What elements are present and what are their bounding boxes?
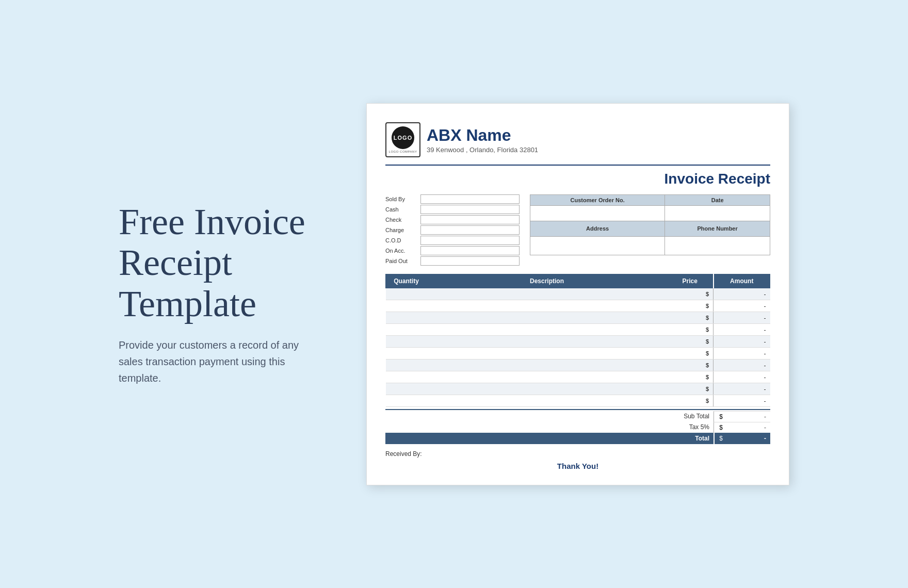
qty-cell[interactable] [386,335,427,347]
price-cell[interactable]: $ [667,383,714,395]
table-row: $ - [386,323,770,335]
onacc-field[interactable] [420,246,520,255]
qty-cell[interactable] [386,383,427,395]
header-divider [385,165,770,166]
amount-cell[interactable]: - [714,288,770,300]
totals-section: Sub Total $ - Tax 5% $ - Total $ - [385,411,770,444]
price-cell[interactable]: $ [667,312,714,323]
table-row: $ - [386,395,770,406]
amount-cell[interactable]: - [714,383,770,395]
amount-cell[interactable]: - [714,312,770,323]
subtotal-dollar: $ [714,411,724,422]
table-row: $ - [386,347,770,359]
qty-cell[interactable] [386,395,427,406]
phone-value[interactable] [665,236,770,255]
page-wrapper: Free Invoice Receipt Template Provide yo… [0,0,908,588]
price-cell[interactable]: $ [667,288,714,300]
price-cell[interactable]: $ [667,371,714,383]
paidout-field[interactable] [420,256,520,266]
desc-cell[interactable] [427,359,667,371]
sold-by-row-6: On Acc. [385,246,520,255]
order-grid: Customer Order No. Date Address Phone Nu… [530,194,770,255]
logo-area: LOGO LOGO COMPANY ABX Name 39 Kenwood , … [385,122,538,157]
order-section: Customer Order No. Date Address Phone Nu… [530,194,770,255]
table-row: $ - [386,335,770,347]
table-row: $ - [386,312,770,323]
subtotal-value: - [724,411,770,422]
desc-cell[interactable] [427,335,667,347]
price-cell[interactable]: $ [667,395,714,406]
items-table: Quantity Description Price Amount $ - $ … [385,274,770,407]
qty-cell[interactable] [386,300,427,312]
table-row: $ - [386,288,770,300]
logo-box: LOGO LOGO COMPANY [385,122,420,157]
subtotal-row: Sub Total $ - [385,411,770,422]
sold-by-row-1: Sold By [385,194,520,204]
price-header: Price [667,274,714,288]
desc-cell[interactable] [427,383,667,395]
amount-header: Amount [714,274,770,288]
tax-label: Tax 5% [652,422,714,433]
logo-circle: LOGO [392,126,414,149]
price-cell[interactable]: $ [667,323,714,335]
table-row: $ - [386,300,770,312]
charge-field[interactable] [420,225,520,235]
cash-field[interactable] [420,205,520,214]
table-row: $ - [386,359,770,371]
description-header: Description [427,274,667,288]
qty-cell[interactable] [386,323,427,335]
footer-section: Received By: Thank You! [385,450,770,470]
table-row: $ - [386,371,770,383]
amount-cell[interactable]: - [714,347,770,359]
customer-order-value[interactable] [530,205,665,221]
logo-subtext: LOGO COMPANY [389,150,417,153]
amount-cell[interactable]: - [714,359,770,371]
page-title: Free Invoice Receipt Template [119,202,335,324]
invoice-card: LOGO LOGO COMPANY ABX Name 39 Kenwood , … [366,103,789,485]
desc-cell[interactable] [427,323,667,335]
company-name: ABX Name [427,126,538,145]
total-dollar: $ [714,433,724,444]
date-value[interactable] [665,205,770,221]
price-cell[interactable]: $ [667,335,714,347]
paidout-label: Paid Out [385,258,420,264]
sold-by-section: Sold By Cash Check Charge C.O.D [385,194,520,267]
check-field[interactable] [420,215,520,224]
table-row: $ - [386,383,770,395]
cash-label: Cash [385,206,420,213]
qty-cell[interactable] [386,359,427,371]
charge-label: Charge [385,227,420,233]
invoice-title: Invoice Receipt [385,171,770,187]
qty-cell[interactable] [386,371,427,383]
qty-cell[interactable] [386,347,427,359]
amount-cell[interactable]: - [714,371,770,383]
amount-cell[interactable]: - [714,335,770,347]
desc-cell[interactable] [427,312,667,323]
price-cell[interactable]: $ [667,300,714,312]
amount-cell[interactable]: - [714,323,770,335]
received-by: Received By: [385,450,770,458]
qty-cell[interactable] [386,288,427,300]
total-label: Total [652,433,714,444]
items-separator [385,409,770,410]
subtotal-label: Sub Total [652,411,714,422]
qty-cell[interactable] [386,312,427,323]
cod-field[interactable] [420,236,520,245]
total-value: - [724,433,770,444]
desc-cell[interactable] [427,347,667,359]
price-cell[interactable]: $ [667,347,714,359]
sold-by-field[interactable] [420,194,520,204]
desc-cell[interactable] [427,371,667,383]
sold-by-row-3: Check [385,215,520,224]
amount-cell[interactable]: - [714,300,770,312]
desc-cell[interactable] [427,395,667,406]
amount-cell[interactable]: - [714,395,770,406]
price-cell[interactable]: $ [667,359,714,371]
phone-header: Phone Number [665,221,770,236]
total-final-row: Total $ - [385,433,770,444]
left-panel: Free Invoice Receipt Template Provide yo… [119,202,335,386]
desc-cell[interactable] [427,288,667,300]
sold-by-row-5: C.O.D [385,236,520,245]
address-value[interactable] [530,236,665,255]
desc-cell[interactable] [427,300,667,312]
